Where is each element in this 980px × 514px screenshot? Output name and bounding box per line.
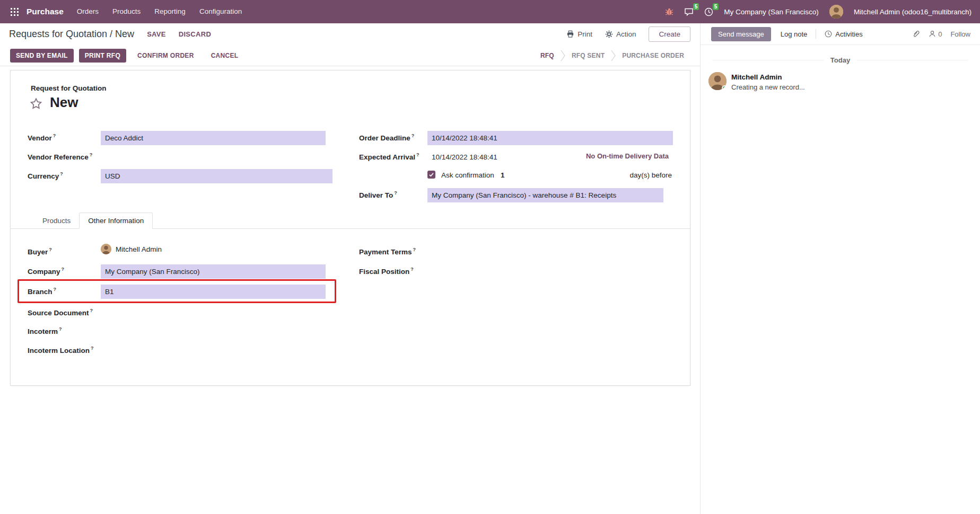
message-body: Creating a new record... — [731, 83, 805, 91]
favorite-star-icon[interactable] — [30, 98, 42, 110]
help-marker: ? — [394, 190, 397, 196]
status-pipeline: RFQ RFQ SENT PURCHASE ORDER — [534, 50, 690, 61]
activities-clock-icon[interactable]: 5 — [704, 7, 713, 16]
help-marker: ? — [90, 152, 93, 157]
chatter-icons: 0 Follow — [912, 30, 970, 38]
vendor-field[interactable]: Deco Addict — [101, 131, 326, 145]
tab-other-information[interactable]: Other Information — [79, 212, 153, 229]
save-button[interactable]: SAVE — [147, 30, 166, 38]
order-deadline-label: Order Deadline? — [359, 133, 414, 142]
incoterm-label: Incoterm? — [28, 326, 62, 335]
expected-arrival-field[interactable]: 10/14/2022 18:48:41 — [427, 150, 502, 164]
control-panel-right: Print Action Create — [566, 26, 690, 42]
print-label: Print — [578, 30, 592, 38]
date-separator: Today — [701, 56, 980, 64]
clock-icon — [825, 30, 832, 38]
activities-badge: 5 — [713, 3, 719, 10]
help-marker: ? — [53, 133, 56, 138]
ask-confirmation-checkbox[interactable] — [427, 171, 435, 179]
chevron-right-icon — [611, 50, 616, 61]
ask-confirmation-label[interactable]: Ask confirmation — [441, 171, 494, 179]
gear-icon — [605, 30, 613, 38]
user-avatar[interactable] — [829, 5, 843, 19]
form-statusbar: SEND BY EMAIL PRINT RFQ CONFIRM ORDER CA… — [0, 45, 700, 66]
help-marker: ? — [60, 171, 63, 176]
print-rfq-button[interactable]: PRINT RFQ — [79, 49, 126, 63]
create-button[interactable]: Create — [649, 26, 690, 42]
help-marker: ? — [416, 152, 419, 157]
state-rfq-sent[interactable]: RFQ SENT — [565, 52, 611, 59]
breadcrumb[interactable]: Requests for Quotation / New — [9, 29, 134, 40]
activities-button[interactable]: Activities — [825, 30, 862, 38]
help-marker: ? — [59, 326, 62, 332]
user-menu[interactable]: Mitchell Admin (odoo16_multibranch) — [854, 8, 972, 16]
control-panel: Requests for Quotation / New SAVE DISCAR… — [0, 23, 700, 45]
follow-button[interactable]: Follow — [950, 30, 970, 38]
ask-confirmation-suffix: day(s) before — [629, 171, 672, 179]
chevron-right-icon — [561, 50, 565, 61]
record-title: New — [50, 94, 78, 111]
menu-orders[interactable]: Orders — [70, 0, 106, 23]
help-marker: ? — [90, 308, 93, 313]
help-marker: ? — [54, 287, 57, 292]
company-switcher[interactable]: My Company (San Francisco) — [724, 8, 819, 16]
currency-field[interactable]: USD — [101, 169, 332, 183]
buyer-avatar — [101, 244, 111, 254]
send-message-button[interactable]: Send message — [711, 27, 771, 41]
follower-person-icon — [929, 30, 936, 38]
app-name[interactable]: Purchase — [27, 7, 64, 16]
state-rfq[interactable]: RFQ — [534, 52, 561, 59]
cancel-button[interactable]: CANCEL — [205, 49, 244, 63]
help-marker: ? — [62, 267, 65, 272]
chatter-panel: Send message Log note Activities 0 Follo… — [700, 23, 980, 514]
deliver-to-field[interactable]: My Company (San Francisco) - warehouse #… — [427, 188, 663, 202]
buyer-label: Buyer? — [28, 247, 52, 256]
menu-configuration[interactable]: Configuration — [192, 0, 249, 23]
deliver-to-label: Deliver To? — [359, 190, 397, 199]
discard-button[interactable]: DISCARD — [179, 30, 211, 38]
chatter-toolbar: Send message Log note Activities 0 Follo… — [701, 23, 980, 45]
action-label: Action — [616, 30, 636, 38]
debug-bug-icon[interactable] — [665, 7, 673, 16]
form-sheet: Request for Quotation New Vendor? Deco A… — [10, 70, 690, 386]
confirm-order-button[interactable]: CONFIRM ORDER — [132, 49, 200, 63]
help-marker: ? — [413, 247, 416, 252]
vendor-label: Vendor? — [28, 133, 56, 142]
log-note-button[interactable]: Log note — [781, 30, 808, 38]
activities-label: Activities — [835, 30, 862, 38]
attachment-paperclip-icon[interactable] — [912, 30, 920, 38]
help-marker: ? — [49, 247, 52, 252]
ontime-delivery-link[interactable]: No On-time Delivery Data — [586, 152, 669, 160]
company-field[interactable]: My Company (San Francisco) — [101, 264, 326, 279]
printer-icon — [566, 30, 574, 38]
action-button[interactable]: Action — [605, 30, 636, 38]
ask-confirmation-value[interactable]: 1 — [501, 171, 505, 179]
payment-terms-label: Payment Terms? — [359, 247, 416, 256]
top-navbar: Purchase Orders Products Reporting Confi… — [0, 0, 980, 23]
state-purchase-order[interactable]: PURCHASE ORDER — [616, 52, 690, 59]
document-type-label: Request for Quotation — [31, 84, 107, 92]
menu-reporting[interactable]: Reporting — [147, 0, 192, 23]
followers-button[interactable]: 0 — [929, 30, 942, 38]
branch-label: Branch? — [28, 287, 56, 296]
navbar-right: 5 5 My Company (San Francisco) Mitchell … — [665, 5, 972, 19]
print-button[interactable]: Print — [566, 30, 592, 38]
tab-products[interactable]: Products — [34, 213, 79, 228]
messages-icon[interactable]: 5 — [684, 7, 694, 16]
buyer-name[interactable]: Mitchell Admin — [116, 245, 162, 253]
menu-products[interactable]: Products — [106, 0, 147, 23]
source-document-label: Source Document? — [28, 308, 93, 317]
fiscal-position-label: Fiscal Position? — [359, 267, 414, 276]
buyer-field[interactable]: Mitchell Admin — [101, 244, 162, 254]
incoterm-location-label: Incoterm Location? — [28, 345, 94, 355]
currency-label: Currency? — [28, 171, 63, 180]
toolbar-divider — [816, 29, 816, 39]
online-status-dot — [722, 85, 727, 90]
notebook-tabbar: Products Other Information — [11, 211, 690, 229]
message-author: Mitchell Admin — [731, 73, 782, 81]
branch-field[interactable]: B1 — [101, 285, 326, 299]
order-deadline-field[interactable]: 10/14/2022 18:48:41 — [427, 131, 673, 145]
send-by-email-button[interactable]: SEND BY EMAIL — [10, 49, 74, 63]
apps-grid-icon[interactable] — [5, 0, 23, 23]
followers-count: 0 — [938, 30, 942, 38]
